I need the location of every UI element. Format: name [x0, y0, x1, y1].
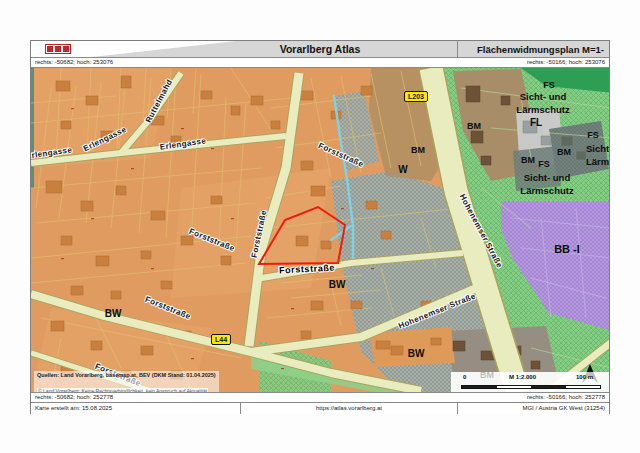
zone-label: BM [411, 145, 425, 155]
plan-title: Flächenwidmungsplan M=1-2000 [457, 41, 609, 57]
footer-created-date: Karte erstellt am: 15.08.2025 [31, 403, 241, 414]
map-viewport[interactable]: ErlengasseErlengasseErlengasseRuttelmahd… [31, 68, 609, 393]
scale-length: 100 m [576, 374, 593, 380]
noise-protection-line: Lärmschutz [516, 103, 569, 116]
coordinate-strip-top: rechts: -50682; hoch: 253076 rechts: -50… [31, 58, 609, 68]
footer-url: https://atlas.vorarlberg.at [241, 403, 457, 414]
zone-label: BW [105, 308, 122, 319]
scale-bar: 0 M 1:2.000 100 m [451, 372, 609, 392]
zone-label: BM [557, 147, 571, 157]
zone-label: BM [521, 155, 535, 165]
scale-bar-segments [461, 385, 601, 389]
coordinate-strip-bottom: rechts: -50682; hoch: 252778 rechts: -50… [31, 393, 609, 403]
zone-label: FS [538, 159, 550, 169]
coord-top-right: rechts: -50166; hoch: 253076 [527, 58, 605, 67]
noise-protection-line: Lärmschutz [586, 155, 609, 168]
zone-label: W [398, 164, 407, 175]
noise-protection-line: Lärmschutz [520, 184, 573, 197]
road-sign-l44: L44 [211, 334, 231, 345]
zone-label: FS [543, 80, 555, 90]
noise-protection-label: Sicht- undLärmschutz [516, 90, 569, 116]
road-sign-l203: L203 [404, 91, 428, 102]
print-sheet: Vorarlberg Atlas Flächenwidmungsplan M=1… [30, 40, 610, 414]
zone-label: BM [467, 121, 481, 131]
zone-label: BW [408, 348, 425, 359]
zone-label: BW [329, 279, 346, 290]
noise-protection-label: Sicht- undLärmschutz [520, 171, 573, 197]
coord-bottom-right: rechts: -50166; hoch: 252778 [527, 393, 605, 402]
header-bar: Vorarlberg Atlas Flächenwidmungsplan M=1… [31, 41, 609, 58]
noise-protection-line: Sicht- und [516, 90, 569, 103]
zone-edge-sliver [31, 68, 34, 188]
zone-label: FL [530, 117, 542, 128]
map-attribution: Quellen: Land Vorarlberg, basemap.at, BE… [34, 371, 219, 393]
footer-bar: Karte erstellt am: 15.08.2025 https://at… [31, 403, 609, 414]
footer-crs: MGI / Austria GK West (31254) [457, 403, 609, 414]
noise-protection-label: Sicht- undLärmschutz [586, 142, 609, 168]
scale-zero: 0 [463, 374, 466, 380]
zone-label: BB -I [554, 243, 580, 255]
scale-ratio: M 1:2.000 [509, 374, 536, 380]
map-canvas [31, 68, 609, 393]
attribution-sources: Quellen: Land Vorarlberg, basemap.at, BE… [37, 372, 216, 379]
zone-label: FS [587, 130, 599, 140]
coord-top-left: rechts: -50682; hoch: 253076 [35, 58, 113, 67]
noise-protection-line: Sicht- und [586, 142, 609, 155]
coord-bottom-left: rechts: -50682; hoch: 252778 [35, 393, 113, 402]
noise-protection-line: Sicht- und [520, 171, 573, 184]
